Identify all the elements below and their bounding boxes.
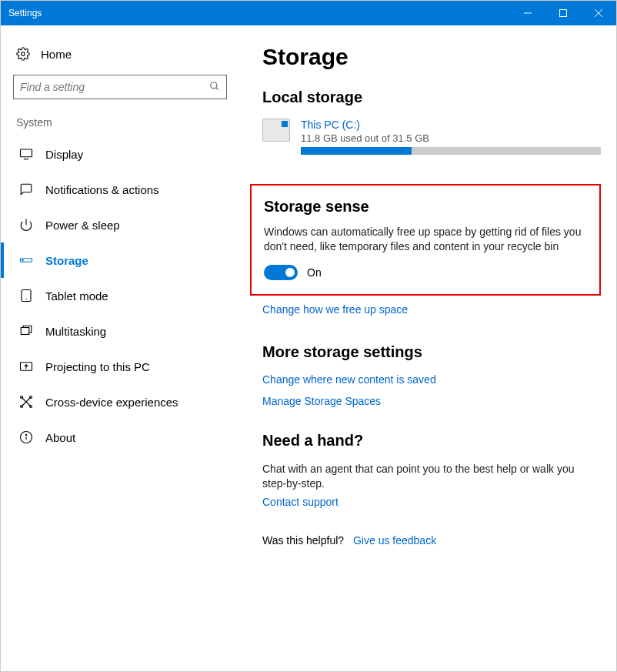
feedback-row: Was this helpful? Give us feedback xyxy=(262,534,601,547)
storage-sense-highlight: Storage sense Windows can automatically … xyxy=(250,184,601,296)
monitor-icon xyxy=(19,147,33,161)
nav-label: Projecting to this PC xyxy=(45,360,150,373)
nav-multitasking[interactable]: Multitasking xyxy=(1,313,239,349)
svg-rect-7 xyxy=(21,149,32,157)
link-icon xyxy=(19,395,33,409)
disk-bar-fill xyxy=(301,147,412,155)
disk-usage-bar xyxy=(301,147,601,155)
nav-label: Tablet mode xyxy=(45,289,108,303)
svg-point-4 xyxy=(22,52,25,56)
svg-line-6 xyxy=(216,87,218,89)
storage-sense-toggle[interactable] xyxy=(264,265,298,280)
nav-label: Display xyxy=(45,148,83,161)
storage-sense-description: Windows can automatically free up space … xyxy=(264,225,587,254)
svg-point-25 xyxy=(25,434,26,435)
disk-usage-text: 11.8 GB used out of 31.5 GB xyxy=(301,132,601,144)
feedback-link[interactable]: Give us feedback xyxy=(353,534,436,547)
contact-support-link[interactable]: Contact support xyxy=(262,496,601,508)
home-button[interactable]: Home xyxy=(1,39,239,75)
titlebar: Settings xyxy=(1,1,616,25)
nav-label: Notifications & actions xyxy=(45,183,159,196)
more-settings-title: More storage settings xyxy=(262,343,601,361)
search-box[interactable] xyxy=(13,75,227,99)
nav-power[interactable]: Power & sleep xyxy=(1,207,239,242)
search-icon xyxy=(209,81,220,94)
nav-notifications[interactable]: Notifications & actions xyxy=(1,172,239,207)
home-label: Home xyxy=(41,48,72,61)
multitask-icon xyxy=(19,324,33,338)
svg-rect-14 xyxy=(21,328,29,335)
svg-point-5 xyxy=(211,82,217,88)
storage-sense-title: Storage sense xyxy=(264,198,587,216)
nav-crossdevice[interactable]: Cross-device experiences xyxy=(1,384,239,420)
category-label: System xyxy=(1,116,239,136)
tablet-icon xyxy=(19,289,33,303)
manage-storage-spaces-link[interactable]: Manage Storage Spaces xyxy=(262,395,601,407)
help-title: Need a hand? xyxy=(262,432,601,450)
window-title: Settings xyxy=(8,8,510,18)
nav-label: Storage xyxy=(45,254,88,267)
nav-tablet[interactable]: Tablet mode xyxy=(1,278,239,313)
nav-label: About xyxy=(45,431,75,444)
power-icon xyxy=(19,218,33,232)
svg-rect-12 xyxy=(22,290,31,302)
disk-row[interactable]: This PC (C:) 11.8 GB used out of 31.5 GB xyxy=(262,119,601,155)
nav-display[interactable]: Display xyxy=(1,136,239,172)
disk-name: This PC (C:) xyxy=(301,119,601,131)
page-title: Storage xyxy=(262,44,601,70)
search-input[interactable] xyxy=(20,81,209,93)
nav-label: Multitasking xyxy=(45,325,106,338)
maximize-button[interactable] xyxy=(545,1,581,25)
nav-about[interactable]: About xyxy=(1,420,239,455)
toggle-state-label: On xyxy=(307,266,322,279)
sidebar: Home System Display Notifications & acti… xyxy=(1,25,239,671)
help-description: Chat with an agent that can point you to… xyxy=(262,462,585,491)
nav-label: Power & sleep xyxy=(45,219,120,232)
minimize-button[interactable] xyxy=(510,1,545,25)
nav-storage[interactable]: Storage xyxy=(1,242,239,278)
message-icon xyxy=(19,182,33,196)
storage-icon xyxy=(19,253,33,267)
disk-icon xyxy=(262,119,290,142)
local-storage-title: Local storage xyxy=(262,89,601,106)
gear-icon xyxy=(16,47,30,61)
change-free-space-link[interactable]: Change how we free up space xyxy=(262,303,601,316)
info-icon xyxy=(19,430,33,444)
main-content: Storage Local storage This PC (C:) 11.8 … xyxy=(239,25,616,671)
nav-projecting[interactable]: Projecting to this PC xyxy=(1,349,239,384)
svg-rect-1 xyxy=(560,10,567,17)
project-icon xyxy=(19,359,33,373)
nav-label: Cross-device experiences xyxy=(45,396,178,409)
feedback-prompt: Was this helpful? xyxy=(262,534,344,547)
change-content-location-link[interactable]: Change where new content is saved xyxy=(262,373,601,386)
svg-point-11 xyxy=(22,259,24,261)
close-button[interactable] xyxy=(581,1,616,25)
